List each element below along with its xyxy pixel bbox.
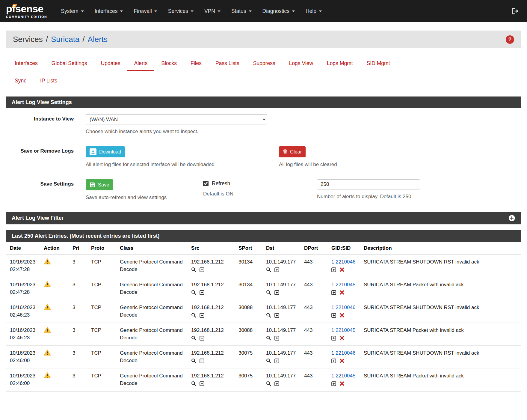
help-icon[interactable]: ? bbox=[506, 35, 514, 44]
download-help: All alert log files for selected interfa… bbox=[86, 161, 241, 168]
top-navbar: pfsense COMMUNITY EDITION System Interfa… bbox=[0, 0, 527, 22]
gid-sid-link[interactable]: 1:2210046 bbox=[331, 350, 355, 356]
add-filter-icon[interactable] bbox=[274, 381, 279, 386]
navbar-item[interactable]: Interfaces bbox=[89, 0, 129, 22]
search-icon[interactable] bbox=[191, 313, 196, 318]
download-icon bbox=[90, 148, 96, 155]
breadcrumb-link-suricata[interactable]: Suricata bbox=[51, 35, 79, 44]
clear-button[interactable]: Clear bbox=[279, 146, 306, 157]
search-icon[interactable] bbox=[266, 358, 271, 363]
tab[interactable]: Interfaces bbox=[8, 58, 45, 71]
disable-rule-icon[interactable] bbox=[339, 290, 345, 295]
tab[interactable]: Suppress bbox=[246, 58, 282, 71]
add-filter-icon[interactable] bbox=[274, 267, 279, 272]
tab[interactable]: Global Settings bbox=[45, 58, 94, 71]
add-filter-icon[interactable] bbox=[274, 290, 279, 295]
save-button[interactable]: Save bbox=[86, 179, 113, 190]
add-filter-icon[interactable] bbox=[274, 359, 279, 363]
add-filter-icon[interactable] bbox=[200, 381, 204, 386]
tab[interactable]: Logs View bbox=[282, 58, 320, 71]
pfsense-logo[interactable]: pfsense COMMUNITY EDITION bbox=[6, 0, 47, 22]
tab[interactable]: SID Mgmt bbox=[360, 58, 397, 71]
alerts-table: Date Action Pri Proto Class Src SPort Ds… bbox=[6, 242, 521, 391]
download-button[interactable]: Download bbox=[86, 146, 125, 157]
alert-priority: 3 bbox=[69, 368, 87, 391]
panel-header: Last 250 Alert Entries. (Most recent ent… bbox=[6, 230, 521, 242]
search-icon[interactable] bbox=[266, 335, 271, 341]
tab[interactable]: Sync bbox=[8, 76, 33, 88]
refresh-checkbox[interactable] bbox=[203, 181, 209, 186]
alerts-number-help: Number of alerts to display. Default is … bbox=[317, 193, 425, 200]
table-row: 10/16/2023 02:46:00 3 TCP Generic Protoc… bbox=[6, 345, 521, 368]
brand-edition: COMMUNITY EDITION bbox=[6, 15, 47, 19]
navbar-item[interactable]: Status bbox=[226, 0, 257, 22]
navbar-item[interactable]: Firewall bbox=[128, 0, 162, 22]
navbar-item[interactable]: System bbox=[55, 0, 89, 22]
gid-sid-link[interactable]: 1:2210045 bbox=[331, 373, 355, 379]
breadcrumb-link-alerts[interactable]: Alerts bbox=[88, 35, 108, 44]
alert-priority: 3 bbox=[69, 300, 87, 323]
logout-icon[interactable] bbox=[511, 0, 519, 22]
add-suppress-icon[interactable] bbox=[331, 359, 336, 363]
alert-dst-port: 443 bbox=[301, 277, 328, 300]
navbar-item[interactable]: Help bbox=[300, 0, 327, 22]
breadcrumb-separator: / bbox=[82, 35, 84, 44]
tab[interactable]: Logs Mgmt bbox=[320, 58, 360, 71]
instance-row: Instance to View (WAN) WAN Choose which … bbox=[6, 108, 521, 140]
tab[interactable]: Pass Lists bbox=[209, 58, 246, 71]
tab[interactable]: Updates bbox=[94, 58, 127, 71]
alert-dst-ip: 10.1.149.177 bbox=[266, 349, 298, 357]
add-suppress-icon[interactable] bbox=[331, 381, 336, 386]
disable-rule-icon[interactable] bbox=[339, 267, 345, 272]
gid-sid-link[interactable]: 1:2210046 bbox=[331, 259, 355, 265]
add-suppress-icon[interactable] bbox=[331, 336, 336, 341]
add-suppress-icon[interactable] bbox=[331, 267, 336, 272]
instance-select[interactable]: (WAN) WAN bbox=[86, 114, 267, 124]
alert-priority: 3 bbox=[69, 345, 87, 368]
search-icon[interactable] bbox=[266, 267, 271, 272]
disable-rule-icon[interactable] bbox=[339, 313, 345, 318]
navbar-item[interactable]: Diagnostics bbox=[257, 0, 300, 22]
disable-rule-icon[interactable] bbox=[339, 381, 345, 386]
add-suppress-icon[interactable] bbox=[331, 290, 336, 295]
add-filter-icon[interactable] bbox=[274, 336, 279, 341]
alert-dst-port: 443 bbox=[301, 300, 328, 323]
add-filter-icon[interactable] bbox=[200, 336, 204, 341]
expand-filter-icon[interactable] bbox=[508, 215, 515, 222]
disable-rule-icon[interactable] bbox=[339, 358, 345, 363]
disable-rule-icon[interactable] bbox=[339, 335, 345, 341]
panel-title: Alert Log View Filter bbox=[12, 215, 64, 221]
alert-description: SURICATA STREAM SHUTDOWN RST invalid ack bbox=[360, 254, 521, 277]
navbar-item[interactable]: VPN bbox=[199, 0, 226, 22]
panel-header: Alert Log View Filter bbox=[6, 212, 521, 224]
add-filter-icon[interactable] bbox=[200, 290, 204, 295]
tab[interactable]: Alerts bbox=[127, 58, 155, 71]
search-icon[interactable] bbox=[191, 290, 196, 295]
navbar-item[interactable]: Services bbox=[163, 0, 199, 22]
alert-protocol: TCP bbox=[87, 254, 116, 277]
gid-sid-link[interactable]: 1:2210045 bbox=[331, 282, 355, 287]
tab[interactable]: Files bbox=[184, 58, 209, 71]
add-suppress-icon[interactable] bbox=[331, 313, 336, 318]
search-icon[interactable] bbox=[191, 358, 196, 363]
logs-row: Save or Remove Logs Download All bbox=[6, 140, 521, 173]
tab[interactable]: IP Lists bbox=[33, 76, 64, 88]
add-filter-icon[interactable] bbox=[200, 359, 204, 363]
alerts-number-input[interactable] bbox=[317, 179, 420, 189]
gid-sid-link[interactable]: 1:2210046 bbox=[331, 305, 355, 310]
download-button-label: Download bbox=[99, 149, 121, 155]
tab-bar: Interfaces Global Settings Updates Alert… bbox=[8, 58, 521, 88]
search-icon[interactable] bbox=[266, 381, 271, 386]
add-filter-icon[interactable] bbox=[200, 313, 204, 318]
search-icon[interactable] bbox=[266, 313, 271, 318]
gid-sid-link[interactable]: 1:2210045 bbox=[331, 327, 355, 333]
tab[interactable]: Blocks bbox=[154, 58, 184, 71]
search-icon[interactable] bbox=[191, 267, 196, 272]
search-icon[interactable] bbox=[191, 335, 196, 341]
add-filter-icon[interactable] bbox=[274, 313, 279, 318]
search-icon[interactable] bbox=[266, 290, 271, 295]
add-filter-icon[interactable] bbox=[200, 267, 204, 272]
alert-src-ip: 192.168.1.212 bbox=[191, 349, 232, 357]
save-help: Save auto-refresh and view settings bbox=[86, 194, 194, 201]
search-icon[interactable] bbox=[191, 381, 196, 386]
